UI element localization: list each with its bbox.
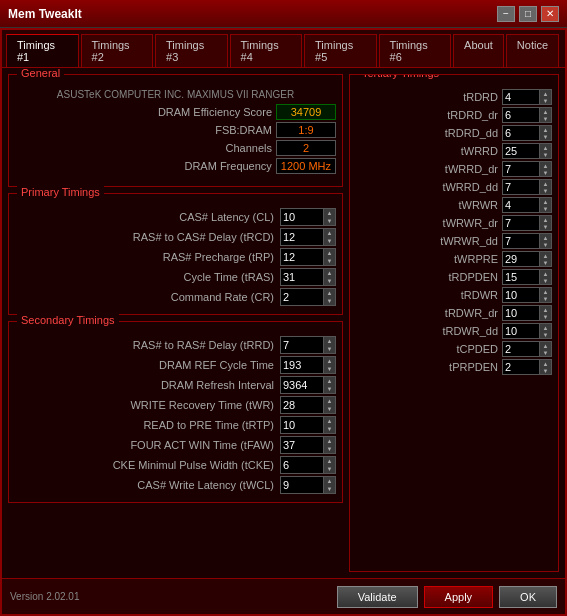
timing-value-input[interactable] — [502, 89, 540, 105]
tab-timings2[interactable]: Timings #2 — [81, 34, 154, 67]
arrow-up-icon[interactable]: ▲ — [540, 252, 551, 259]
timing-value-input[interactable] — [502, 215, 540, 231]
arrow-up-icon[interactable]: ▲ — [540, 144, 551, 151]
timing-spinner[interactable]: ▲ ▼ — [324, 416, 336, 434]
arrow-up-icon[interactable]: ▲ — [540, 90, 551, 97]
arrow-down-icon[interactable]: ▼ — [540, 151, 551, 158]
timing-value-input[interactable] — [280, 416, 324, 434]
timing-value-input[interactable] — [280, 336, 324, 354]
arrow-down-icon[interactable]: ▼ — [324, 485, 335, 493]
timing-spinner[interactable]: ▲ ▼ — [540, 107, 552, 123]
timing-spinner[interactable]: ▲ ▼ — [540, 269, 552, 285]
arrow-down-icon[interactable]: ▼ — [324, 425, 335, 433]
timing-value-input[interactable] — [280, 396, 324, 414]
arrow-up-icon[interactable]: ▲ — [540, 126, 551, 133]
arrow-down-icon[interactable]: ▼ — [540, 259, 551, 266]
timing-value-input[interactable] — [280, 356, 324, 374]
timing-spinner[interactable]: ▲ ▼ — [540, 197, 552, 213]
timing-spinner[interactable]: ▲ ▼ — [540, 89, 552, 105]
timing-spinner[interactable]: ▲ ▼ — [324, 336, 336, 354]
arrow-down-icon[interactable]: ▼ — [540, 349, 551, 356]
arrow-down-icon[interactable]: ▼ — [324, 257, 335, 265]
timing-spinner[interactable]: ▲ ▼ — [540, 215, 552, 231]
ok-button[interactable]: OK — [499, 586, 557, 608]
timing-value-input[interactable] — [280, 288, 324, 306]
arrow-down-icon[interactable]: ▼ — [540, 169, 551, 176]
timing-value-input[interactable] — [280, 248, 324, 266]
timing-spinner[interactable]: ▲ ▼ — [324, 356, 336, 374]
tab-timings1[interactable]: Timings #1 — [6, 34, 79, 67]
timing-value-input[interactable] — [502, 125, 540, 141]
arrow-down-icon[interactable]: ▼ — [540, 97, 551, 104]
tab-timings4[interactable]: Timings #4 — [230, 34, 303, 67]
timing-value-input[interactable] — [280, 476, 324, 494]
arrow-up-icon[interactable]: ▲ — [324, 417, 335, 425]
timing-value-input[interactable] — [280, 456, 324, 474]
arrow-down-icon[interactable]: ▼ — [324, 445, 335, 453]
arrow-up-icon[interactable]: ▲ — [324, 457, 335, 465]
timing-spinner[interactable]: ▲ ▼ — [540, 233, 552, 249]
timing-spinner[interactable]: ▲ ▼ — [324, 228, 336, 246]
timing-value-input[interactable] — [280, 228, 324, 246]
timing-value-input[interactable] — [502, 161, 540, 177]
timing-value-input[interactable] — [502, 305, 540, 321]
arrow-down-icon[interactable]: ▼ — [540, 313, 551, 320]
timing-value-input[interactable] — [502, 197, 540, 213]
timing-value-input[interactable] — [280, 208, 324, 226]
arrow-down-icon[interactable]: ▼ — [324, 465, 335, 473]
timing-value-input[interactable] — [502, 233, 540, 249]
arrow-up-icon[interactable]: ▲ — [540, 324, 551, 331]
timing-value-input[interactable] — [502, 251, 540, 267]
arrow-down-icon[interactable]: ▼ — [540, 223, 551, 230]
timing-spinner[interactable]: ▲ ▼ — [540, 143, 552, 159]
arrow-up-icon[interactable]: ▲ — [540, 288, 551, 295]
timing-spinner[interactable]: ▲ ▼ — [540, 323, 552, 339]
arrow-up-icon[interactable]: ▲ — [324, 437, 335, 445]
timing-spinner[interactable]: ▲ ▼ — [324, 288, 336, 306]
timing-value-input[interactable] — [502, 341, 540, 357]
arrow-up-icon[interactable]: ▲ — [540, 180, 551, 187]
arrow-up-icon[interactable]: ▲ — [540, 108, 551, 115]
arrow-up-icon[interactable]: ▲ — [540, 162, 551, 169]
timing-value-input[interactable] — [502, 287, 540, 303]
arrow-up-icon[interactable]: ▲ — [540, 306, 551, 313]
timing-value-input[interactable] — [502, 179, 540, 195]
arrow-down-icon[interactable]: ▼ — [540, 133, 551, 140]
arrow-down-icon[interactable]: ▼ — [540, 205, 551, 212]
arrow-up-icon[interactable]: ▲ — [540, 216, 551, 223]
close-button[interactable]: ✕ — [541, 6, 559, 22]
timing-spinner[interactable]: ▲ ▼ — [540, 341, 552, 357]
timing-value-input[interactable] — [280, 436, 324, 454]
arrow-down-icon[interactable]: ▼ — [540, 295, 551, 302]
arrow-down-icon[interactable]: ▼ — [540, 115, 551, 122]
timing-spinner[interactable]: ▲ ▼ — [324, 436, 336, 454]
arrow-up-icon[interactable]: ▲ — [324, 377, 335, 385]
arrow-down-icon[interactable]: ▼ — [540, 367, 551, 374]
timing-spinner[interactable]: ▲ ▼ — [540, 251, 552, 267]
arrow-up-icon[interactable]: ▲ — [540, 198, 551, 205]
arrow-down-icon[interactable]: ▼ — [540, 277, 551, 284]
timing-spinner[interactable]: ▲ ▼ — [540, 305, 552, 321]
timing-value-input[interactable] — [502, 143, 540, 159]
tab-timings3[interactable]: Timings #3 — [155, 34, 228, 67]
arrow-down-icon[interactable]: ▼ — [324, 297, 335, 305]
arrow-up-icon[interactable]: ▲ — [324, 269, 335, 277]
timing-spinner[interactable]: ▲ ▼ — [324, 456, 336, 474]
arrow-down-icon[interactable]: ▼ — [324, 385, 335, 393]
arrow-up-icon[interactable]: ▲ — [324, 397, 335, 405]
timing-spinner[interactable]: ▲ ▼ — [324, 476, 336, 494]
validate-button[interactable]: Validate — [337, 586, 418, 608]
arrow-up-icon[interactable]: ▲ — [324, 289, 335, 297]
timing-spinner[interactable]: ▲ ▼ — [540, 359, 552, 375]
arrow-up-icon[interactable]: ▲ — [324, 209, 335, 217]
arrow-up-icon[interactable]: ▲ — [540, 360, 551, 367]
timing-spinner[interactable]: ▲ ▼ — [540, 161, 552, 177]
timing-spinner[interactable]: ▲ ▼ — [324, 208, 336, 226]
minimize-button[interactable]: − — [497, 6, 515, 22]
timing-value-input[interactable] — [502, 269, 540, 285]
timing-spinner[interactable]: ▲ ▼ — [540, 179, 552, 195]
maximize-button[interactable]: □ — [519, 6, 537, 22]
arrow-up-icon[interactable]: ▲ — [540, 234, 551, 241]
tab-timings5[interactable]: Timings #5 — [304, 34, 377, 67]
arrow-down-icon[interactable]: ▼ — [324, 365, 335, 373]
